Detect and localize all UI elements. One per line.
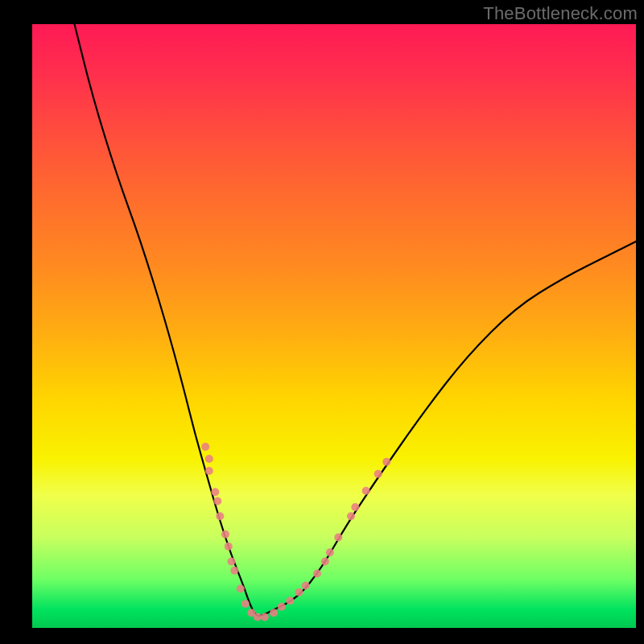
data-marker: [211, 488, 219, 496]
chart-frame: TheBottleneck.com: [0, 0, 644, 644]
data-marker: [230, 567, 238, 575]
data-marker: [237, 584, 245, 592]
data-marker: [216, 512, 224, 520]
data-marker: [351, 503, 359, 511]
data-marker: [242, 600, 250, 608]
data-marker: [382, 458, 390, 466]
data-marker: [326, 548, 334, 556]
data-marker: [225, 543, 233, 551]
plot-area: [32, 24, 636, 628]
data-marker: [270, 609, 278, 617]
bottleneck-curve: [75, 24, 637, 616]
data-marker: [221, 530, 229, 539]
data-marker: [334, 534, 342, 542]
data-marker: [347, 512, 355, 520]
data-marker: [261, 613, 269, 621]
data-marker: [286, 597, 294, 605]
data-marker: [295, 588, 303, 597]
data-marker: [205, 455, 213, 463]
data-marker: [321, 558, 329, 566]
marker-layer: [201, 443, 390, 621]
data-marker: [201, 443, 209, 451]
data-marker: [254, 613, 262, 621]
data-marker: [362, 487, 370, 495]
chart-svg: [32, 24, 636, 628]
data-marker: [213, 497, 221, 506]
data-marker: [228, 558, 236, 566]
data-marker: [302, 582, 310, 590]
data-marker: [374, 470, 382, 478]
data-marker: [205, 467, 213, 475]
watermark-text: TheBottleneck.com: [483, 3, 638, 24]
data-marker: [278, 603, 286, 611]
data-marker: [313, 570, 321, 578]
